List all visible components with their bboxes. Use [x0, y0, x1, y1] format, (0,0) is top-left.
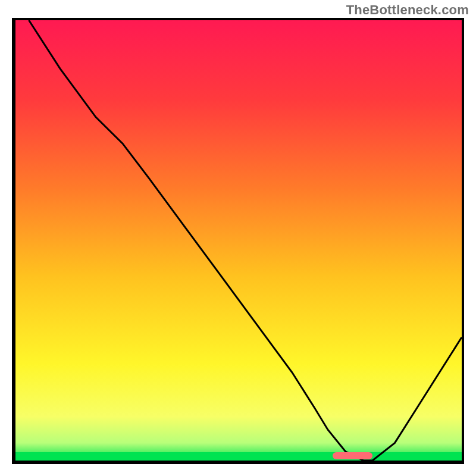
optimal-marker: [333, 452, 373, 459]
plot-frame: [12, 18, 464, 464]
plot-area: [15, 20, 462, 461]
watermark-label: TheBottleneck.com: [346, 2, 469, 18]
bottleneck-curve: [15, 20, 462, 461]
